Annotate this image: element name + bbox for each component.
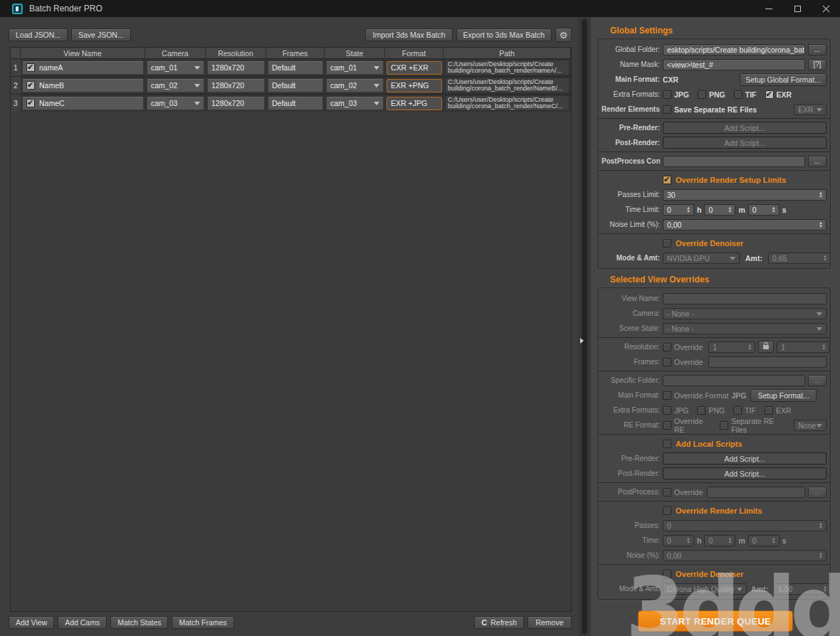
postprocess-override-checkbox[interactable] <box>663 488 671 497</box>
spinner-arrows-icon[interactable] <box>685 536 692 545</box>
view-name-field[interactable]: nameA <box>22 61 144 75</box>
camera-dropdown[interactable]: cam_02 <box>147 79 204 92</box>
spinner-arrows-icon[interactable] <box>685 206 692 214</box>
view-name-field[interactable]: NameB <box>22 79 144 92</box>
resolution-field[interactable]: 1280x720 <box>207 79 265 92</box>
override-denoiser-checkbox[interactable] <box>663 239 671 248</box>
spinner-arrows-icon[interactable] <box>726 206 733 214</box>
panel-splitter[interactable] <box>578 17 591 636</box>
specific-folder-field[interactable] <box>663 375 805 386</box>
frames-override-checkbox[interactable] <box>663 358 671 366</box>
override-format-checkbox[interactable] <box>663 391 671 400</box>
resolution-override-checkbox[interactable] <box>663 343 671 351</box>
maximize-button[interactable] <box>783 0 812 17</box>
ov-extra-format-jpg-checkbox[interactable] <box>663 406 671 415</box>
ov-time-seconds-spinner[interactable]: 0 <box>748 535 779 546</box>
settings-button[interactable] <box>555 28 572 42</box>
resolution-width-spinner[interactable]: 1 <box>708 341 755 353</box>
state-dropdown[interactable]: cam_01 <box>326 61 384 75</box>
ov-passes-spinner[interactable]: 0 <box>663 520 826 531</box>
import-3dsmax-batch-button[interactable]: Import 3ds Max Batch <box>365 28 452 41</box>
ov-post-render-add-script-button[interactable]: Add Script... <box>663 467 826 479</box>
add-cams-button[interactable]: Add Cams <box>58 616 107 629</box>
extra-format-exr-checkbox[interactable] <box>765 90 774 99</box>
name-mask-help-button[interactable]: [?] <box>808 59 826 70</box>
resolution-field[interactable]: 1280x720 <box>207 97 265 110</box>
spinner-arrows-icon[interactable] <box>817 191 824 199</box>
resolution-height-spinner[interactable]: 1 <box>777 341 829 353</box>
spinner-arrows-icon[interactable] <box>726 536 733 545</box>
add-view-button[interactable]: Add View <box>9 616 54 629</box>
global-folder-browse-button[interactable]: ... <box>808 44 826 55</box>
frames-field[interactable]: Default <box>268 61 323 75</box>
format-button[interactable]: CXR +EXR <box>387 61 442 75</box>
spinner-arrows-icon[interactable] <box>817 551 824 560</box>
ov-time-hours-spinner[interactable]: 0 <box>663 535 694 546</box>
ov-postprocess-browse-button[interactable]: ... <box>808 487 826 498</box>
ov-denoiser-amt-spinner[interactable]: 1,00 <box>774 583 831 595</box>
frames-field[interactable]: Default <box>268 97 323 110</box>
ov-noise-spinner[interactable]: 0,00 <box>663 550 826 561</box>
passes-limit-spinner[interactable]: 30 <box>663 189 826 201</box>
setup-global-format-button[interactable]: Setup Global Format... <box>740 73 826 86</box>
format-button[interactable]: EXR +PNG <box>387 79 442 92</box>
postprocess-conf-browse-button[interactable]: ... <box>808 156 826 167</box>
close-button[interactable] <box>812 0 840 17</box>
spinner-arrows-icon[interactable] <box>770 206 777 214</box>
global-folder-field[interactable]: esktop/scripts/Create building/corona_ba… <box>663 44 805 55</box>
add-local-scripts-checkbox[interactable] <box>663 440 671 448</box>
camera-dropdown[interactable]: cam_03 <box>147 97 204 110</box>
spinner-arrows-icon[interactable] <box>817 521 824 530</box>
spinner-arrows-icon[interactable] <box>821 585 829 593</box>
time-limit-hours-spinner[interactable]: 0 <box>663 204 694 216</box>
ov-extra-format-exr-checkbox[interactable] <box>765 406 773 415</box>
state-dropdown[interactable]: cam_02 <box>326 79 384 92</box>
state-dropdown[interactable]: cam_03 <box>326 97 384 110</box>
view-enabled-checkbox[interactable] <box>26 81 35 90</box>
extra-format-png-checkbox[interactable] <box>698 90 706 99</box>
denoiser-amt-spinner[interactable]: 0,65 <box>768 253 831 264</box>
resolution-field[interactable]: 1280x720 <box>207 61 265 75</box>
view-enabled-checkbox[interactable] <box>26 99 35 107</box>
ov-pre-render-add-script-button[interactable]: Add Script... <box>663 452 826 465</box>
denoiser-mode-dropdown[interactable]: NVIDIA GPU <box>663 253 740 264</box>
override-view-name-field[interactable] <box>663 293 826 304</box>
path-field[interactable]: C:/Users/user/Desktop/scripts/Create bui… <box>445 78 569 93</box>
view-enabled-checkbox[interactable] <box>26 63 35 72</box>
match-states-button[interactable]: Match States <box>110 616 168 629</box>
minimize-button[interactable] <box>755 0 783 17</box>
name-mask-field[interactable]: <view>\test_# <box>663 59 805 70</box>
time-limit-seconds-spinner[interactable]: 0 <box>748 204 779 216</box>
override-camera-dropdown[interactable]: - None - <box>663 308 826 319</box>
aspect-lock-button[interactable] <box>758 341 774 353</box>
spinner-arrows-icon[interactable] <box>817 221 824 229</box>
frames-override-field[interactable] <box>708 356 826 368</box>
override-scene-state-dropdown[interactable]: - None - <box>663 323 826 334</box>
spinner-arrows-icon[interactable] <box>770 536 777 545</box>
match-frames-button[interactable]: Match Frames <box>172 616 233 629</box>
setup-format-button[interactable]: Setup Format... <box>750 389 816 402</box>
extra-format-jpg-checkbox[interactable] <box>663 90 671 99</box>
load-json-button[interactable]: Load JSON... <box>9 28 68 41</box>
post-render-add-script-button[interactable]: Add Script... <box>663 137 826 149</box>
override-re-format-dropdown[interactable]: None <box>794 420 826 431</box>
refresh-button[interactable]: Refresh <box>474 616 524 629</box>
spinner-arrows-icon[interactable] <box>746 343 753 351</box>
spinner-arrows-icon[interactable] <box>820 343 827 351</box>
frames-field[interactable]: Default <box>268 79 323 92</box>
ov-override-denoiser-checkbox[interactable] <box>663 570 671 578</box>
extra-format-tif-checkbox[interactable] <box>734 90 742 99</box>
path-field[interactable]: C:/Users/user/Desktop/scripts/Create bui… <box>445 95 569 111</box>
ov-extra-format-png-checkbox[interactable] <box>697 406 705 415</box>
pre-render-add-script-button[interactable]: Add Script... <box>663 122 826 134</box>
view-name-field[interactable]: NameC <box>22 97 144 110</box>
save-separate-re-checkbox[interactable] <box>663 105 671 114</box>
path-field[interactable]: C:/Users/user/Desktop/scripts/Create bui… <box>445 60 569 75</box>
override-render-limits-checkbox[interactable] <box>663 507 671 515</box>
save-json-button[interactable]: Save JSON... <box>71 28 131 41</box>
override-render-setup-limits-checkbox[interactable] <box>663 176 671 184</box>
ov-time-minutes-spinner[interactable]: 0 <box>704 535 735 546</box>
start-render-queue-button[interactable]: START RENDER QUEUE <box>638 610 793 632</box>
override-re-checkbox[interactable] <box>663 421 671 430</box>
format-button[interactable]: EXR +JPG <box>387 97 442 110</box>
